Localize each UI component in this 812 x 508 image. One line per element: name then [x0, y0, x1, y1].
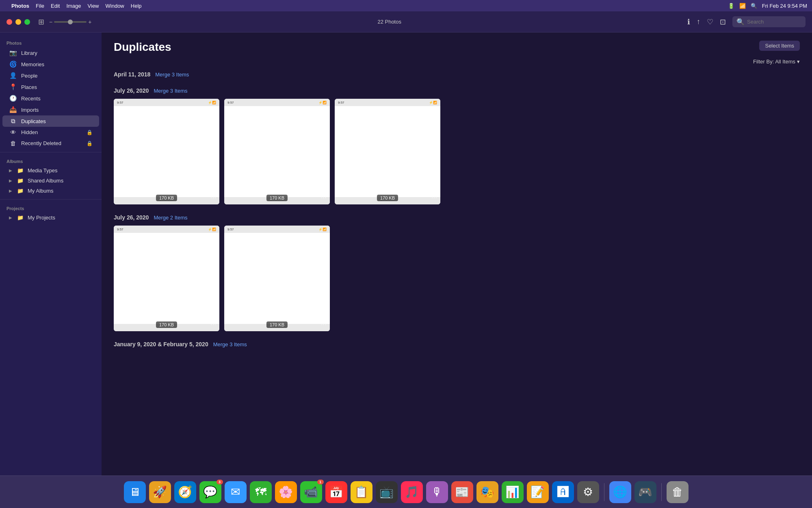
sidebar-item-my-albums[interactable]: ▶ 📁 My Albums	[2, 186, 99, 196]
my-projects-folder-icon: 📁	[17, 215, 24, 221]
photo-file-size-1-2: 170 KB	[377, 195, 398, 201]
dock-item-calendar[interactable]: 📅	[325, 481, 347, 503]
phone-mockup: 9:57⚡📶	[224, 99, 330, 204]
my-albums-chevron: ▶	[9, 189, 12, 193]
phone-mockup: 9:57⚡📶	[224, 226, 330, 331]
dock-item-appstore[interactable]: 🅰	[552, 481, 574, 503]
photo-thumb-1-0[interactable]: 9:57⚡📶 170 KB ⋯	[114, 99, 219, 204]
dock-item-photos[interactable]: 🌸	[275, 481, 297, 503]
dock-item-music[interactable]: 🎵	[401, 481, 423, 503]
dock-item-notes[interactable]: 📋	[351, 481, 372, 503]
menu-image[interactable]: Image	[66, 3, 81, 9]
dock-item-trash[interactable]: 🗑	[667, 481, 689, 503]
photo-thumb-2-1[interactable]: 9:57⚡📶 170 KB ⋯	[224, 226, 330, 331]
share-button[interactable]: ↑	[697, 17, 700, 26]
sidebar-item-duplicates[interactable]: ⧉ Duplicates	[2, 115, 99, 127]
dock-item-finder[interactable]: 🖥	[124, 481, 146, 503]
info-button[interactable]: ℹ	[687, 17, 690, 26]
launchpad-icon: 🚀	[153, 485, 167, 499]
photo-options-btn-1-0[interactable]: ⋯	[210, 195, 216, 201]
menu-file[interactable]: File	[36, 3, 44, 9]
sidebar-item-recents[interactable]: 🕐 Recents	[2, 93, 99, 104]
sidebar-item-label-shared-albums: Shared Albums	[28, 178, 63, 184]
appstore-icon: 🅰	[557, 485, 569, 499]
menu-window[interactable]: Window	[106, 3, 124, 9]
rotate-button[interactable]: ⊡	[720, 17, 726, 26]
phone-content	[335, 106, 440, 197]
library-icon: 📷	[9, 49, 17, 56]
sidebar-item-recently-deleted[interactable]: 🗑 Recently Deleted 🔒	[2, 138, 99, 149]
group-date-2: July 26, 2020	[114, 214, 149, 221]
close-button[interactable]	[6, 19, 12, 25]
sidebar-section-albums: Albums	[0, 156, 102, 165]
favorite-button[interactable]: ♡	[707, 17, 713, 26]
photo-thumb-1-2[interactable]: 9:57⚡📶 170 KB ⋯	[335, 99, 440, 204]
trash-icon: 🗑	[672, 485, 683, 499]
photo-thumb-1-1[interactable]: 9:57⚡📶 170 KB ⋯	[224, 99, 330, 204]
facetime-icon: 📹	[304, 485, 318, 499]
merge-link-0[interactable]: Merge 3 Items	[155, 72, 189, 78]
fullscreen-button[interactable]	[24, 19, 30, 25]
zoom-slider-thumb	[68, 20, 73, 24]
dock-item-numbers[interactable]: 📊	[502, 481, 524, 503]
merge-link-1[interactable]: Merge 3 Items	[154, 88, 187, 94]
photo-options-btn-1-2[interactable]: ⋯	[431, 195, 437, 201]
photo-options-btn-2-1[interactable]: ⋯	[321, 321, 327, 328]
content-area: Duplicates Select Items Filter By: All I…	[102, 33, 812, 475]
menu-view[interactable]: View	[88, 3, 99, 9]
menu-help[interactable]: Help	[131, 3, 142, 9]
sidebar-item-imports[interactable]: 📥 Imports	[2, 104, 99, 115]
dock-item-mail[interactable]: ✉	[225, 481, 247, 503]
memories-icon: 🌀	[9, 61, 17, 68]
photo-thumb-2-0[interactable]: 9:57⚡📶 170 KB ⋯	[114, 226, 219, 331]
menubar-wifi-icon: 📶	[739, 3, 746, 9]
photo-options-btn-2-0[interactable]: ⋯	[210, 321, 216, 328]
zoom-in-icon[interactable]: +	[88, 19, 91, 25]
menubar-left: Photos File Edit Image View Window Help	[5, 3, 142, 9]
dock-item-keynote[interactable]: 🎭	[476, 481, 498, 503]
dock-item-facetime[interactable]: 📹 1	[300, 481, 322, 503]
dock-item-news[interactable]: 📰	[451, 481, 473, 503]
sidebar-item-hidden[interactable]: 👁 Hidden 🔒	[2, 127, 99, 138]
merge-link-2[interactable]: Merge 2 Items	[154, 215, 187, 221]
menu-edit[interactable]: Edit	[51, 3, 60, 9]
menu-photos[interactable]: Photos	[11, 3, 29, 9]
minimize-button[interactable]	[15, 19, 21, 25]
dock-item-steam[interactable]: 🎮	[634, 481, 656, 503]
sidebar-item-library[interactable]: 📷 Library	[2, 47, 99, 59]
my-albums-folder-icon: 📁	[17, 188, 24, 194]
zoom-slider[interactable]	[54, 21, 87, 23]
view-toggle-icon[interactable]: ⊞	[38, 17, 44, 26]
sidebar-item-media-types[interactable]: ▶ 📁 Media Types	[2, 165, 99, 176]
select-items-button[interactable]: Select Items	[759, 41, 800, 51]
search-input[interactable]	[747, 19, 801, 25]
imports-icon: 📥	[9, 106, 17, 113]
photo-options-btn-1-1[interactable]: ⋯	[321, 195, 327, 201]
dock-item-systemprefs[interactable]: ⚙	[577, 481, 599, 503]
dock-item-podcasts[interactable]: 🎙	[426, 481, 448, 503]
dock-item-pages[interactable]: 📝	[527, 481, 549, 503]
photo-count: 22 Photos	[96, 19, 682, 25]
sidebar-item-label-recents: Recents	[21, 96, 41, 102]
sidebar-item-label-library: Library	[21, 50, 37, 56]
dock-item-launchpad[interactable]: 🚀	[149, 481, 171, 503]
dock-item-maps[interactable]: 🗺	[250, 481, 272, 503]
notes-icon: 📋	[354, 485, 368, 499]
dock-item-messages[interactable]: 💬 3	[199, 481, 221, 503]
dock-item-chrome[interactable]: 🌐	[609, 481, 631, 503]
dock-item-safari[interactable]: 🧭	[174, 481, 196, 503]
sidebar-item-places[interactable]: 📍 Places	[2, 81, 99, 93]
zoom-out-icon[interactable]: −	[49, 19, 52, 25]
sidebar-item-people[interactable]: 👤 People	[2, 70, 99, 81]
filter-dropdown[interactable]: Filter By: All Items ▾	[753, 59, 800, 65]
menubar-search-icon[interactable]: 🔍	[751, 3, 757, 9]
dock-item-appletv[interactable]: 📺	[376, 481, 398, 503]
sidebar-item-my-projects[interactable]: ▶ 📁 My Projects	[2, 213, 99, 223]
dock-separator	[604, 483, 604, 501]
merge-link-3[interactable]: Merge 3 Items	[213, 341, 247, 347]
sidebar-item-shared-albums[interactable]: ▶ 📁 Shared Albums	[2, 176, 99, 186]
sidebar-item-memories[interactable]: 🌀 Memories	[2, 59, 99, 70]
group-header-1: July 26, 2020 Merge 3 Items	[114, 87, 800, 94]
search-bar[interactable]: 🔍	[732, 16, 806, 27]
phone-mockup: 9:57⚡📶	[335, 99, 440, 204]
